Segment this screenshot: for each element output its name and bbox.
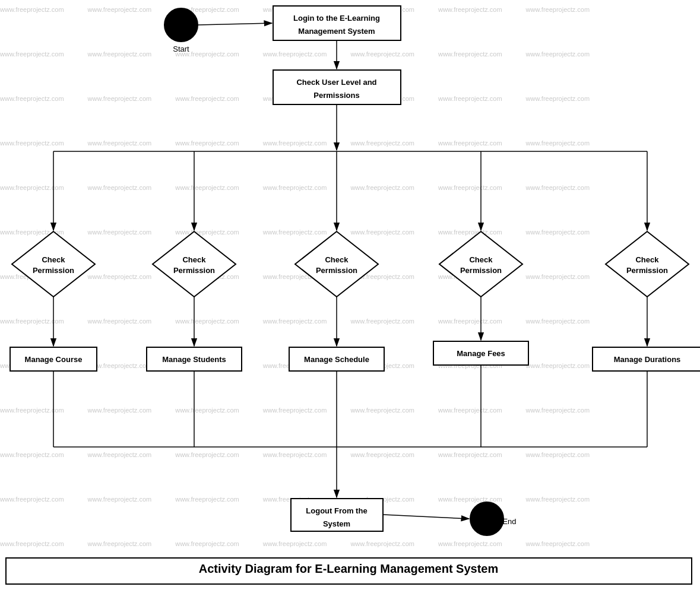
end-label: End [502,517,516,526]
check-perm-text2b: Permission [173,266,215,275]
diagram-container: www.freeprojectz.comwww.freeprojectz.com… [0,0,700,590]
check-perm-text4a: Check [469,255,493,264]
arrow-logout-to-end [383,515,469,519]
start-label: Start [173,45,189,53]
check-perm-diamond-2 [153,231,236,297]
arrow-start-to-login [198,23,272,25]
logout-text2: System [323,519,350,528]
manage-durations-text: Manage Durations [614,355,681,364]
check-perm-text3a: Check [325,255,349,264]
check-perm-text3b: Permission [316,266,357,275]
start-node [164,8,198,42]
check-perm-diamond-4 [439,231,522,297]
check-perm-text2a: Check [182,255,206,264]
manage-students-text: Manage Students [162,355,226,364]
check-perm-text5b: Permission [626,266,668,275]
manage-course-text: Manage Course [25,355,83,364]
check-user-level-text2: Permissions [313,91,359,100]
caption-text: Activity Diagram for E-Learning Manageme… [199,562,499,575]
login-text-line1: Login to the E-Learning [293,14,380,23]
main-diagram-svg: Start Login to the E-Learning Management… [0,0,700,590]
check-perm-diamond-1 [12,231,95,297]
check-perm-text5a: Check [635,255,659,264]
login-text-line2: Management System [298,27,375,36]
check-perm-text4b: Permission [460,266,502,275]
check-perm-diamond-3 [295,231,378,297]
check-perm-text1b: Permission [33,266,74,275]
check-perm-text1a: Check [42,255,65,264]
check-perm-diamond-5 [606,231,689,297]
end-node [470,502,503,535]
logout-text1: Logout From the [306,506,367,515]
manage-fees-text: Manage Fees [457,349,505,358]
manage-schedule-text: Manage Schedule [304,355,369,364]
check-user-level-text1: Check User Level and [296,78,376,87]
